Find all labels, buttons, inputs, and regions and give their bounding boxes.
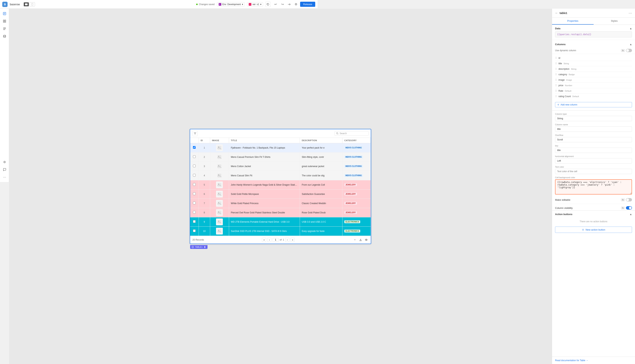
sidebar-icon-settings[interactable]: ⚙	[1, 158, 8, 165]
table-body: 1Fjallraven - Foldsack No. 1 Backpack, F…	[190, 143, 318, 182]
product-image	[216, 163, 223, 170]
table-header-row: ID IMAGE TITLE DESCRIPTION CATEGORY	[190, 138, 318, 143]
mobile-view-toggle[interactable]	[30, 2, 35, 6]
svg-point-9	[3, 21, 4, 22]
cell-description: From our Legends Coll	[300, 180, 318, 182]
cell-image	[210, 162, 229, 171]
cell-image	[210, 171, 229, 180]
settings-button[interactable]: ⚙	[293, 2, 298, 7]
cell-id: 3	[199, 162, 210, 171]
svg-point-25	[218, 165, 219, 166]
app-logo: B	[2, 2, 8, 7]
ver-selector[interactable]: v ver v1 ▾	[247, 2, 263, 6]
cell-description: Your perfect pack for e	[300, 143, 318, 152]
left-sidebar: ⚙ ⋯	[0, 9, 9, 182]
cell-description: Slim-fitting style, contr	[300, 152, 318, 162]
top-nav: B baserow Changes saved E Env Developmen…	[0, 0, 318, 9]
table-row: 5John Hardy Women's Legends Naga Gold & …	[190, 180, 318, 182]
top-nav-actions: ↩ ↪ ⚙ Release	[273, 2, 315, 7]
svg-point-14	[4, 35, 6, 36]
product-image	[216, 154, 223, 160]
table-row: 1Fjallraven - Foldsack No. 1 Backpack, F…	[190, 143, 318, 152]
svg-rect-13	[3, 30, 5, 30]
share-button[interactable]	[286, 2, 292, 7]
product-image	[216, 172, 223, 179]
th-title: TITLE	[229, 138, 300, 143]
cell-image	[210, 152, 229, 162]
th-checkbox	[190, 138, 199, 143]
cell-title: Mens Cotton Jacket	[229, 162, 300, 171]
ver-icon: v	[249, 3, 251, 6]
view-toggles	[24, 2, 35, 6]
th-image: IMAGE	[210, 138, 229, 143]
cell-id: 5	[199, 180, 210, 182]
svg-rect-2	[32, 3, 33, 6]
cell-id: 2	[199, 152, 210, 162]
svg-rect-11	[3, 28, 6, 28]
svg-point-27	[218, 174, 219, 175]
refresh-button[interactable]	[265, 2, 271, 7]
cell-description: great outerwear jacket	[300, 162, 318, 171]
cell-image	[210, 180, 229, 182]
table-scroll-area[interactable]: ID IMAGE TITLE DESCRIPTION CATEGORY 1Fja…	[190, 138, 318, 182]
release-button[interactable]: Release	[300, 2, 315, 7]
sidebar-icon-pages[interactable]	[1, 10, 8, 17]
cell-title: Mens Casual Premium Slim Fit T-Shirts	[229, 152, 300, 162]
undo-button[interactable]: ↩	[273, 2, 278, 7]
sidebar-icon-chat[interactable]	[1, 166, 8, 173]
svg-point-21	[218, 146, 219, 148]
table-toolbar: Search	[190, 129, 318, 138]
sidebar-icon-nav[interactable]	[1, 25, 8, 32]
product-image	[216, 144, 223, 151]
main-layout: Search ID IMAGE TITLE DESCRIPTION CATEGO…	[9, 9, 318, 182]
product-image	[216, 182, 223, 182]
svg-point-10	[5, 21, 6, 22]
cell-id: 1	[199, 143, 210, 152]
status-dot	[196, 4, 198, 5]
table-row: 2Mens Casual Premium Slim Fit T-ShirtsSl…	[190, 152, 318, 162]
cell-id: 4	[199, 171, 210, 180]
filter-button[interactable]	[192, 131, 198, 136]
canvas-area: Search ID IMAGE TITLE DESCRIPTION CATEGO…	[9, 9, 318, 182]
th-description: DESCRIPTION	[300, 138, 318, 143]
svg-point-23	[218, 156, 219, 157]
cell-image	[210, 143, 229, 152]
desktop-view-toggle[interactable]	[24, 2, 29, 6]
redo-button[interactable]: ↪	[280, 2, 285, 7]
table-widget: Search ID IMAGE TITLE DESCRIPTION CATEGO…	[190, 129, 318, 182]
svg-rect-12	[3, 28, 6, 29]
data-table: ID IMAGE TITLE DESCRIPTION CATEGORY 1Fja…	[190, 138, 318, 182]
svg-point-8	[5, 20, 6, 21]
table-row: 3Mens Cotton Jacketgreat outerwear jacke…	[190, 162, 318, 171]
app-title: baserow	[10, 3, 20, 6]
sidebar-icon-components[interactable]	[1, 18, 8, 24]
cell-title: John Hardy Women's Legends Naga Gold & S…	[229, 180, 300, 182]
sidebar-icon-data[interactable]	[1, 33, 8, 40]
th-id: ID	[199, 138, 210, 143]
svg-point-7	[3, 20, 4, 21]
env-icon: E	[219, 3, 221, 6]
cell-title: Fjallraven - Foldsack No. 1 Backpack, Fi…	[229, 143, 300, 152]
cell-title: Mens Casual Slim Fit	[229, 171, 300, 180]
sidebar-icon-more[interactable]: ⋯	[1, 174, 8, 180]
save-status: Changes saved	[196, 3, 214, 6]
cell-description: The color could be slig	[300, 171, 318, 180]
env-selector[interactable]: E Env Development ▾	[217, 2, 245, 6]
table-row: 4Mens Casual Slim FitThe color could be …	[190, 171, 318, 180]
